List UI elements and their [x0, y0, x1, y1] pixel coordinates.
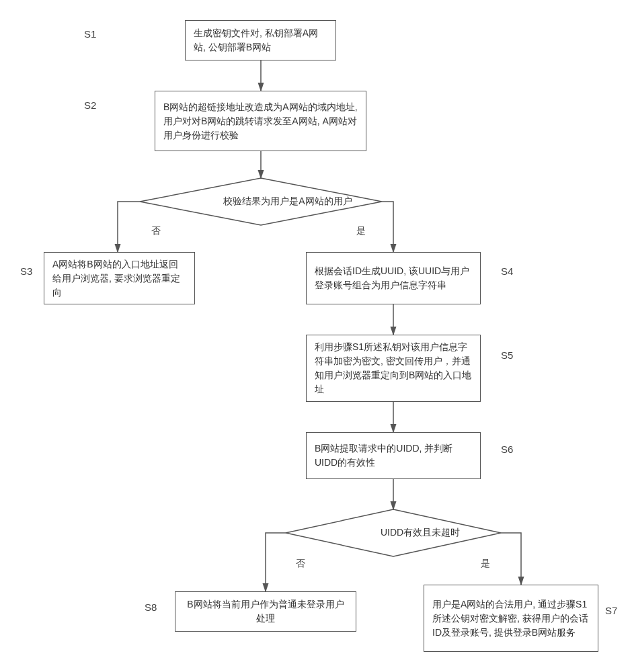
- label-s1: S1: [84, 28, 96, 40]
- node-s1: 生成密钥文件对, 私钥部署A网站, 公钥部署B网站: [185, 20, 336, 60]
- node-s4-text: 根据会话ID生成UUID, 该UUID与用户登录账号组合为用户信息字符串: [315, 264, 472, 292]
- edge-label-yes-2: 是: [481, 558, 490, 570]
- label-s7: S7: [605, 605, 617, 616]
- node-s3-text: A网站将B网站的入口地址返回给用户浏览器, 要求浏览器重定向: [52, 257, 186, 300]
- node-s5: 利用步骤S1所述私钥对该用户信息字符串加密为密文, 密文回传用户，并通知用户浏览…: [306, 335, 481, 402]
- flowchart-canvas: S1 生成密钥文件对, 私钥部署A网站, 公钥部署B网站 S2 B网站的超链接地…: [0, 0, 632, 672]
- node-s7-text: 用户是A网站的合法用户, 通过步骤S1所述公钥对密文解密, 获得用户的会话ID及…: [432, 597, 590, 640]
- edge-label-no-1: 否: [151, 225, 161, 237]
- node-s2-text: B网站的超链接地址改造成为A网站的域内地址, 用户对对B网站的跳转请求发至A网站…: [163, 100, 358, 142]
- label-s2: S2: [84, 99, 96, 111]
- edge-label-yes-1: 是: [356, 225, 366, 237]
- node-s5-text: 利用步骤S1所述私钥对该用户信息字符串加密为密文, 密文回传用户，并通知用户浏览…: [315, 340, 472, 396]
- edge-label-no-2: 否: [296, 558, 305, 570]
- decision-2-text: UIDD有效且未超时: [286, 527, 555, 539]
- label-s4: S4: [501, 265, 513, 277]
- node-s4: 根据会话ID生成UUID, 该UUID与用户登录账号组合为用户信息字符串: [306, 252, 481, 304]
- node-s2: B网站的超链接地址改造成为A网站的域内地址, 用户对对B网站的跳转请求发至A网站…: [155, 91, 366, 151]
- node-s3: A网站将B网站的入口地址返回给用户浏览器, 要求浏览器重定向: [44, 252, 195, 304]
- decision-1-label: 校验结果为用户是A网站的用户: [223, 196, 352, 206]
- decision-1-text: 校验结果为用户是A网站的用户: [140, 196, 436, 208]
- label-s6: S6: [501, 444, 513, 455]
- label-s5: S5: [501, 349, 513, 361]
- decision-2-label: UIDD有效且未超时: [381, 527, 460, 538]
- node-s6: B网站提取请求中的UIDD, 并判断UIDD的有效性: [306, 432, 481, 479]
- node-s8: B网站将当前用户作为普通未登录用户处理: [175, 591, 356, 632]
- label-s3: S3: [20, 265, 32, 277]
- label-s8: S8: [145, 601, 157, 613]
- node-s1-text: 生成密钥文件对, 私钥部署A网站, 公钥部署B网站: [194, 26, 327, 54]
- node-s7: 用户是A网站的合法用户, 通过步骤S1所述公钥对密文解密, 获得用户的会话ID及…: [424, 585, 598, 652]
- node-s8-text: B网站将当前用户作为普通未登录用户处理: [184, 597, 348, 626]
- node-s6-text: B网站提取请求中的UIDD, 并判断UIDD的有效性: [315, 442, 472, 470]
